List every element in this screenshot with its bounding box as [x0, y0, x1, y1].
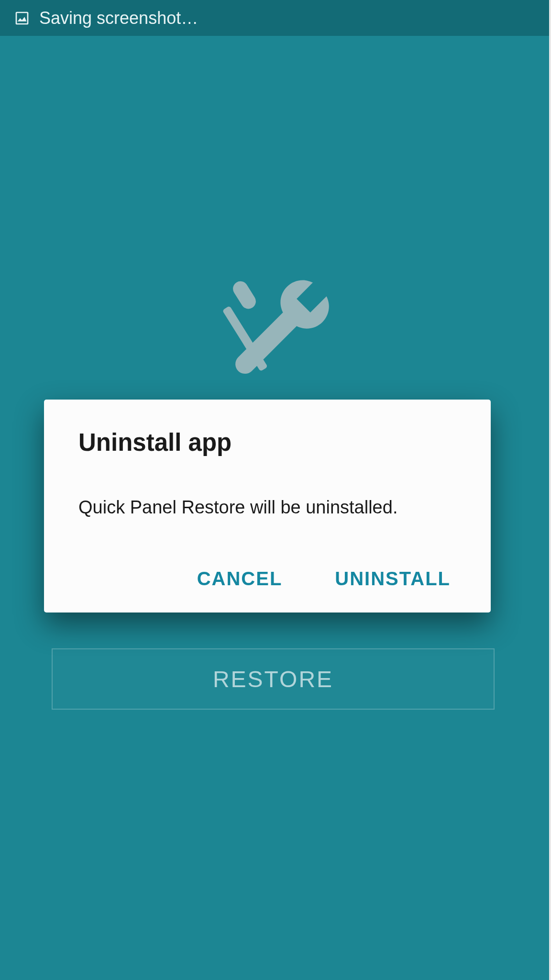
uninstall-button[interactable]: UNINSTALL	[335, 563, 451, 594]
dialog-overlay[interactable]: Uninstall app Quick Panel Restore will b…	[0, 36, 551, 980]
cancel-button[interactable]: CANCEL	[197, 563, 283, 594]
dialog-message: Quick Panel Restore will be uninstalled.	[78, 497, 456, 518]
status-bar: Saving screenshot…	[0, 0, 551, 36]
status-bar-text: Saving screenshot…	[39, 8, 198, 28]
picture-icon	[14, 11, 30, 26]
svg-rect-0	[16, 12, 28, 24]
screen-edge	[549, 0, 551, 980]
main-content: RESTORE Uninstall app Quick Panel Restor…	[0, 36, 551, 980]
uninstall-dialog: Uninstall app Quick Panel Restore will b…	[44, 400, 491, 612]
dialog-title: Uninstall app	[78, 428, 456, 457]
dialog-actions: CANCEL UNINSTALL	[78, 563, 456, 594]
